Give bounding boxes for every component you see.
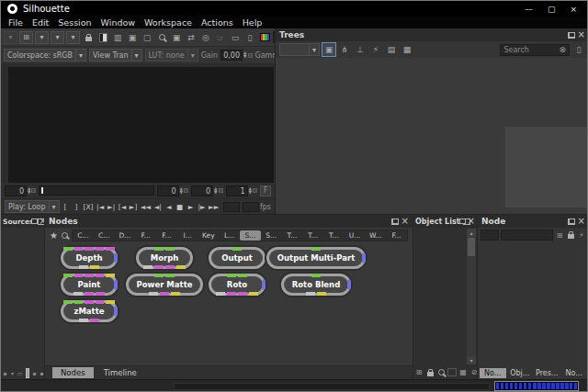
node-category-tab-8[interactable]: S... <box>240 230 261 241</box>
float-panel-icon[interactable] <box>391 218 399 225</box>
rewind-button[interactable]: ◄◄ <box>140 201 153 213</box>
search-objects-icon[interactable] <box>436 367 446 377</box>
lut-dropdown[interactable]: LUT: none ▾ <box>145 49 198 62</box>
spinner-arrows-icon[interactable]: ▲▼ <box>214 187 217 195</box>
mark-out-button[interactable]: ] <box>72 201 82 213</box>
search-input[interactable] <box>503 46 557 54</box>
compare-split-icon[interactable] <box>96 31 109 44</box>
node-name-field[interactable] <box>501 230 553 241</box>
tab-timeline[interactable]: Timeline <box>96 367 145 378</box>
range-in-field[interactable]: 0 ▲▼ <box>157 185 188 196</box>
keyframe-toggle[interactable] <box>253 188 257 193</box>
view-transform-dropdown[interactable]: View Tran ▾ <box>89 49 142 62</box>
menu-window[interactable]: Window <box>101 17 135 28</box>
fast-forward-button[interactable]: ►► <box>208 201 220 213</box>
close-panel-icon[interactable]: × <box>578 217 585 226</box>
menu-actions[interactable]: Actions <box>201 17 233 28</box>
node-item-roto-blend[interactable]: Roto Blend <box>281 274 352 296</box>
menu-edit[interactable]: Edit <box>32 17 49 28</box>
menu-workspace[interactable]: Workspace <box>144 17 192 28</box>
broadcast-monitor-icon[interactable]: ▣ <box>126 31 139 44</box>
pan-hand-icon[interactable]: ☞ <box>214 31 227 44</box>
minimize-button[interactable]: — <box>525 5 533 14</box>
keyframe-toggle[interactable] <box>219 188 223 193</box>
play-reverse-button[interactable]: ◄ <box>164 201 174 213</box>
tree-select-dropdown[interactable]: ▾ <box>279 43 320 56</box>
tab-nodes[interactable]: Nodes <box>52 367 94 378</box>
node-category-tab-2[interactable]: D... <box>114 230 135 241</box>
fields-button[interactable]: F <box>260 185 271 196</box>
node-category-tab-4[interactable]: F... <box>156 230 177 241</box>
spinner-arrows-icon[interactable]: ▲▼ <box>249 187 252 195</box>
goto-start-button[interactable]: |◄ <box>96 201 106 213</box>
keyframe-toggle[interactable] <box>184 188 188 193</box>
scroll-up-icon[interactable]: ▴ <box>467 229 476 237</box>
keyframe-toggle[interactable] <box>31 188 36 193</box>
add-object-icon[interactable]: ⊞ <box>414 367 424 377</box>
gain-value[interactable]: 0,00 <box>220 50 243 61</box>
scrollbar-thumb[interactable] <box>468 238 475 256</box>
view-input-dropdown[interactable]: ▾ <box>4 31 17 44</box>
menu-help[interactable]: Help <box>243 17 263 28</box>
node-item-depth[interactable]: Depth <box>61 247 118 269</box>
goto-in-button[interactable]: [◄ <box>118 201 128 213</box>
lock-object-icon[interactable] <box>425 367 435 377</box>
save-tree-icon[interactable]: ▦ <box>401 43 413 56</box>
node-anchor-icon[interactable]: ⊥ <box>354 43 367 56</box>
range-out-field[interactable]: 0 ▲▼ <box>191 185 222 196</box>
spinner-arrows-icon[interactable]: ▲▼ <box>28 187 30 195</box>
float-panel-icon[interactable] <box>568 32 575 39</box>
goto-end-button[interactable]: ►| <box>107 201 117 213</box>
tab-no[interactable]: No... <box>561 368 588 378</box>
menu-session[interactable]: Session <box>58 17 91 28</box>
view-mode-dropdown[interactable]: ▾ <box>35 31 49 44</box>
lightning-icon[interactable]: ⚡ <box>577 230 586 241</box>
node-color-swatch[interactable] <box>481 230 499 241</box>
detail-window-icon[interactable]: ▣ <box>170 31 183 44</box>
node-item-paint[interactable]: Paint <box>61 274 118 296</box>
node-category-tab-0[interactable]: C... <box>73 230 94 241</box>
node-item-morph[interactable]: Morph <box>136 247 193 269</box>
filter-a-icon[interactable]: ▪ <box>31 369 38 377</box>
search-box[interactable]: ⊗ <box>500 44 570 56</box>
step-field[interactable]: 1 ▲▼ <box>226 185 257 196</box>
mark-in-button[interactable]: [ <box>61 201 71 213</box>
range-in-value[interactable]: 0 <box>157 185 179 196</box>
maximize-button[interactable]: ▢ <box>548 5 556 14</box>
gain-field[interactable]: 0,00 ▲▼ <box>220 50 252 61</box>
layers-icon[interactable]: ▦ <box>458 367 468 377</box>
keyframe-toggle[interactable] <box>248 53 253 58</box>
play-button[interactable]: ► <box>186 201 196 213</box>
colorspace-dropdown[interactable]: Colorspace: sRGB ▾ <box>4 49 86 62</box>
step-value[interactable]: 1 <box>226 185 248 196</box>
lightning-icon[interactable]: ⚡ <box>369 43 382 56</box>
trees-content[interactable] <box>276 58 588 214</box>
spinner-arrows-icon[interactable]: ▲▼ <box>243 51 246 59</box>
trash-icon[interactable]: ▯ <box>572 43 585 56</box>
large-thumb-icon[interactable]: ▭ <box>17 369 23 377</box>
float-panel-icon[interactable] <box>568 218 575 225</box>
menu-file[interactable]: File <box>8 17 23 28</box>
colorbars-icon[interactable] <box>258 31 271 44</box>
snapshot-camera-icon[interactable]: ▥ <box>111 31 124 44</box>
range-out-value[interactable]: 0 <box>191 185 213 196</box>
stop-button[interactable]: ■ <box>175 201 185 213</box>
color-swatch[interactable] <box>447 367 457 377</box>
tab-obj[interactable]: Obj... <box>507 368 534 378</box>
node-category-tab-10[interactable]: T... <box>281 230 302 241</box>
channel-dropdown[interactable]: ▾ <box>51 31 64 44</box>
small-thumb-icon[interactable]: ▪ <box>2 369 8 377</box>
tree-view-icon[interactable]: ▣ <box>322 43 335 56</box>
branch-icon[interactable]: ⋔ <box>338 43 351 56</box>
clear-marks-button[interactable]: [X] <box>83 201 95 213</box>
viewer-canvas[interactable] <box>8 67 274 183</box>
clear-search-icon[interactable]: ⊗ <box>559 46 566 54</box>
spinner-arrows-icon[interactable]: ▲▼ <box>180 187 183 195</box>
play-mode-dropdown[interactable]: Play: Loop ▾ <box>5 200 60 213</box>
node-category-tab-14[interactable]: W... <box>365 230 386 241</box>
node-item-output-multi-part[interactable]: Output Multi-Part <box>266 247 366 269</box>
node-category-tab-6[interactable]: Key <box>198 230 219 241</box>
object-list-scrollbar[interactable]: ▴ ▾ <box>467 229 476 364</box>
prev-frame-button[interactable]: ◄| <box>153 201 163 213</box>
current-frame-field[interactable]: 0 ▲▼ <box>5 185 36 196</box>
